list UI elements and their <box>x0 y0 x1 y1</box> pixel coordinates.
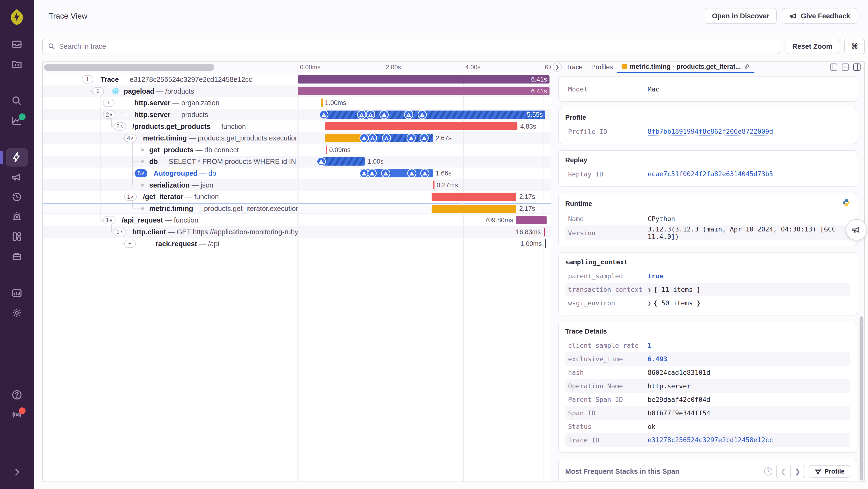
span-expand-badge[interactable]: 1 ∧ <box>124 193 137 201</box>
span-row[interactable]: 1 ∧/get_iterator — function2.17s <box>43 191 551 203</box>
span-row[interactable]: +http.server — organization1.00ms <box>43 97 551 109</box>
span-bar[interactable]: 5.55s <box>321 111 545 119</box>
warning-icon[interactable] <box>381 169 390 178</box>
sidebar-item-broadcasts[interactable] <box>6 405 28 424</box>
reset-zoom-button[interactable]: Reset Zoom <box>785 39 839 54</box>
tab-trace[interactable]: Trace <box>562 62 587 73</box>
kv-value: ❯{ 11 items } <box>648 286 701 293</box>
span-expand-badge[interactable]: 1 ∧ <box>103 216 116 224</box>
tab-profiles[interactable]: Profiles <box>587 62 617 73</box>
span-expand-badge[interactable]: 5 ∨ <box>135 169 147 177</box>
span-row[interactable]: 1 ∧http.client — GET https://application… <box>43 226 551 238</box>
span-bar[interactable] <box>432 205 516 213</box>
warning-icon[interactable] <box>420 169 429 178</box>
help-icon[interactable]: ? <box>764 467 772 476</box>
span-expand-badge[interactable]: 2 ∨ <box>103 111 116 119</box>
sidebar-item-feedback[interactable] <box>6 168 28 186</box>
sidebar-item-issues[interactable] <box>6 35 28 54</box>
kv-value[interactable]: ecae7c51f0024f2fa82e6314045d73b5 <box>648 170 773 178</box>
search-input[interactable] <box>59 42 774 51</box>
kv-value[interactable]: e31278c256524c3297e2cd12458e12cc <box>648 436 773 444</box>
sidebar-item-insights[interactable] <box>6 112 28 130</box>
warning-icon[interactable] <box>379 110 389 119</box>
span-expand-badge[interactable]: 1 <box>82 75 93 84</box>
span-row[interactable]: 2 ∧/products.get_products — function4.83… <box>43 120 551 132</box>
warning-icon[interactable] <box>417 110 427 119</box>
span-row[interactable]: 2 ∨http.server — products5.55s <box>43 109 551 121</box>
warning-icon[interactable] <box>420 134 429 143</box>
span-bar[interactable] <box>432 193 516 201</box>
span-duration-label: 2.67s <box>436 135 452 142</box>
sidebar-item-dashboards[interactable] <box>6 227 28 246</box>
sidebar-item-explore[interactable] <box>6 92 28 110</box>
shortcut-button[interactable]: ⌘ <box>844 39 865 54</box>
horizontal-scrollbar-thumb[interactable] <box>44 64 214 71</box>
profile-button[interactable]: Profile <box>809 465 850 478</box>
span-expand-badge[interactable]: 1 ∧ <box>114 228 126 236</box>
span-expand-badge[interactable]: 2 ∧ <box>114 122 126 131</box>
span-row[interactable]: 4 ∧metric.timing — products.get_products… <box>43 132 551 144</box>
sidebar-item-stats[interactable] <box>6 284 28 302</box>
tab-span-details[interactable]: metric.timing - products.get_iterat... <box>617 62 754 73</box>
open-in-discover-button[interactable]: Open in Discover <box>705 8 777 24</box>
warning-icon[interactable] <box>317 157 326 166</box>
span-row[interactable]: 5 ∨Autogrouped — db1.66s <box>43 168 551 179</box>
stack-frame-row[interactable]: src/utils.pyinget_iteratorat line311In A… <box>565 481 850 482</box>
span-row[interactable]: 2pageload — /products6.41s <box>43 85 551 97</box>
span-bar[interactable]: 6.41s <box>298 75 550 84</box>
sidebar-item-settings[interactable] <box>6 304 28 322</box>
sidebar-item-performance[interactable] <box>6 148 28 167</box>
span-bar[interactable] <box>325 134 433 142</box>
layout-bottom-icon[interactable] <box>842 63 849 71</box>
warning-icon[interactable] <box>368 134 377 143</box>
warning-icon[interactable] <box>407 169 416 178</box>
kv-row: Operation Namehttp.server <box>565 379 850 393</box>
sidebar-item-releases[interactable] <box>6 188 28 206</box>
stacks-next-button[interactable]: ❯ <box>790 465 805 478</box>
sidebar-item-help[interactable] <box>6 386 28 404</box>
kv-key: Model <box>568 85 648 93</box>
layout-left-icon[interactable] <box>830 63 837 71</box>
card-title: Profile <box>565 114 850 121</box>
span-row[interactable]: 1 ∧/api_request — function709.80ms <box>43 214 551 226</box>
sidebar-item-archive[interactable] <box>6 247 28 265</box>
pin-icon[interactable] <box>744 63 750 70</box>
warning-icon[interactable] <box>360 134 369 143</box>
sidebar-item-alerts[interactable] <box>6 207 28 226</box>
span-bar[interactable] <box>516 216 547 224</box>
span-row[interactable]: db — SELECT * FROM products WHERE id IN … <box>43 156 551 168</box>
warning-icon[interactable] <box>366 110 375 119</box>
span-row[interactable]: get_products — db.connect0.09ms <box>43 144 551 156</box>
floating-feedback-button[interactable] <box>846 219 867 240</box>
span-expand-badge[interactable]: + <box>103 99 115 107</box>
give-feedback-button[interactable]: Give Feedback <box>782 8 858 24</box>
react-icon <box>111 87 120 96</box>
span-bar[interactable] <box>320 157 365 166</box>
warning-icon[interactable] <box>382 134 391 143</box>
span-row[interactable]: metric.timing — products.get_iterator.ex… <box>43 203 551 214</box>
drawer-scrollbar-thumb[interactable] <box>860 316 863 481</box>
warning-icon[interactable] <box>406 134 416 143</box>
span-row[interactable]: +rack.request — /api1.00ms <box>43 238 551 250</box>
search-bar[interactable] <box>42 39 780 54</box>
span-expand-badge[interactable]: + <box>124 240 136 248</box>
span-row[interactable]: serialization — json0.27ms <box>43 179 551 191</box>
drawer-collapse-button[interactable]: ❯ <box>553 62 562 72</box>
span-expand-badge[interactable]: 2 <box>92 87 104 95</box>
sidebar-item-collapse[interactable] <box>6 463 28 481</box>
sentry-logo-icon[interactable] <box>8 8 26 26</box>
span-row[interactable]: 1Trace — e31278c256524c3297e2cd12458e12c… <box>43 74 551 85</box>
span-expand-badge[interactable]: 4 ∧ <box>124 134 137 142</box>
layout-right-icon[interactable] <box>853 63 861 71</box>
sidebar-item-projects[interactable] <box>6 55 28 74</box>
span-bar[interactable] <box>325 122 517 130</box>
span-bar[interactable]: 6.41s <box>298 87 550 95</box>
span-bar[interactable] <box>361 169 433 177</box>
warning-icon[interactable] <box>319 110 329 119</box>
warning-icon[interactable] <box>368 169 377 178</box>
kv-value[interactable]: 8fb7bb1891994f8c862f206e8722009d <box>648 128 773 136</box>
stacks-prev-button[interactable]: ❮ <box>777 465 790 478</box>
warning-icon[interactable] <box>357 110 366 119</box>
warning-icon[interactable] <box>404 110 413 119</box>
kv-row: Version3.12.3(3.12.3 (main, Apr 10 2024,… <box>565 225 850 240</box>
